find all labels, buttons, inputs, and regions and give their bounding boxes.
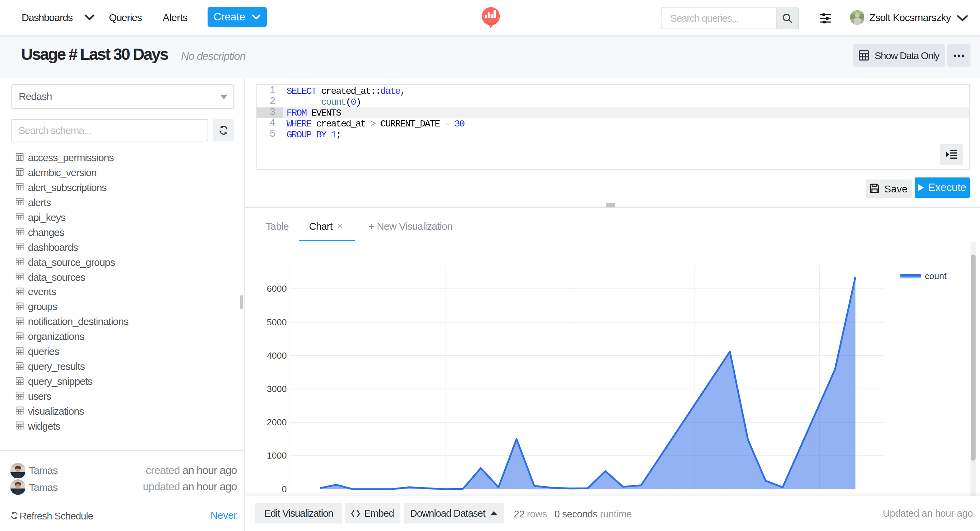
- svg-text:count: count: [925, 271, 947, 281]
- svg-text:3000: 3000: [267, 384, 287, 394]
- svg-text:2000: 2000: [267, 417, 287, 427]
- svg-text:5000: 5000: [267, 317, 287, 327]
- svg-text:4000: 4000: [267, 350, 287, 361]
- svg-text:1000: 1000: [267, 450, 287, 461]
- svg-text:6000: 6000: [267, 284, 287, 294]
